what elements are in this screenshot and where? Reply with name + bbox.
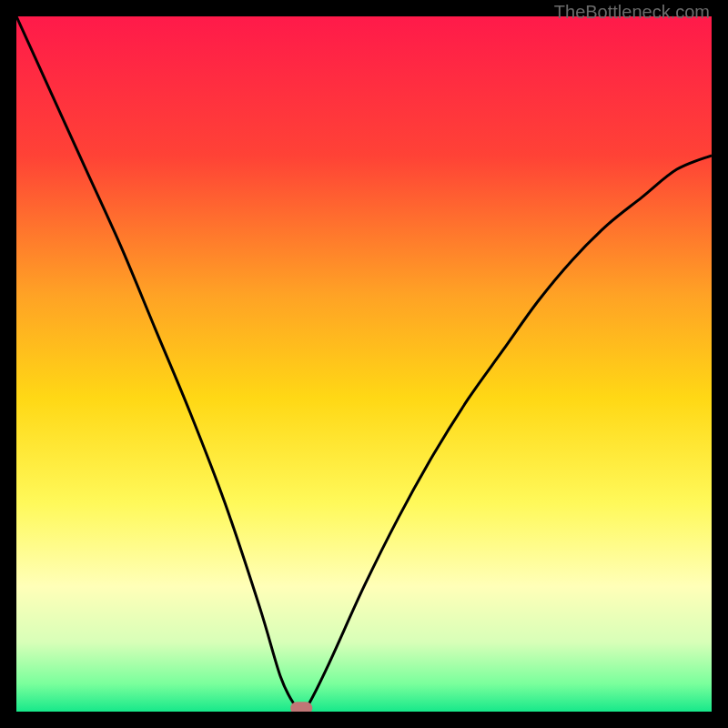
gradient-background <box>16 16 712 712</box>
chart-canvas <box>16 16 712 712</box>
watermark-text: TheBottleneck.com <box>554 2 710 23</box>
minimum-marker <box>290 702 312 712</box>
chart-frame <box>16 16 712 712</box>
